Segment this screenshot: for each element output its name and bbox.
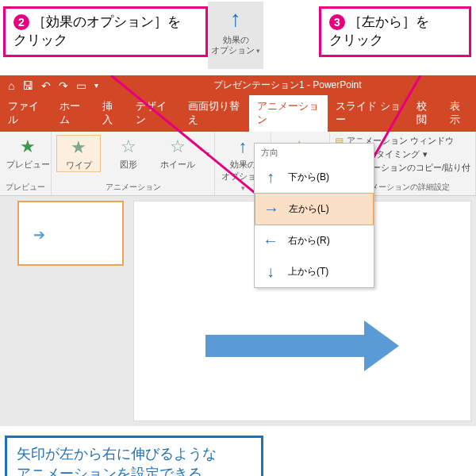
direction-option-label: 右から(R): [288, 234, 330, 248]
direction-arrow-icon: ←: [263, 232, 278, 250]
qat-more-icon[interactable]: ▾: [94, 81, 98, 90]
window-title: プレゼンテーション1 - PowerPoint: [106, 79, 476, 92]
callout-2-number: 2: [13, 14, 29, 30]
direction-option-2[interactable]: ←右から(R): [255, 225, 374, 256]
ribbon: ★ プレビュー プレビュー ★ ワイプ ☆ 図形 ☆ ホイール ▾: [0, 132, 476, 196]
animation-wheel[interactable]: ☆ ホイール: [156, 135, 199, 171]
callout-3-text-a: ［左から］を: [348, 14, 429, 29]
direction-option-0[interactable]: ↑下から(B): [255, 162, 374, 193]
animation-wipe[interactable]: ★ ワイプ: [56, 135, 101, 172]
effect-options-dropdown: 方向 ↑下から(B)→左から(L)←右から(R)↓上から(T): [254, 143, 374, 288]
direction-arrow-icon: ↓: [263, 263, 278, 281]
tab-挿入[interactable]: 挿入: [94, 95, 129, 132]
qat-redo-icon[interactable]: ↷: [59, 79, 68, 92]
direction-option-1[interactable]: →左から(L): [255, 193, 374, 225]
callout-2: 2［効果のオプション］を クリック: [3, 6, 208, 57]
tab-ホーム[interactable]: ホーム: [52, 95, 94, 132]
direction-option-label: 上から(T): [288, 265, 328, 278]
callout-3-text-b: クリック: [329, 33, 383, 48]
explanation-callout: 矢印が左から右に伸びるような アニメーションを設定できる: [5, 436, 263, 476]
tab-画面切り替え[interactable]: 画面切り替え: [180, 95, 250, 132]
explanation-line-1: 矢印が左から右に伸びるような: [17, 446, 217, 462]
tab-表示[interactable]: 表示: [442, 95, 476, 132]
slide-thumbnail-1[interactable]: ➔: [17, 201, 124, 266]
qat-undo-icon[interactable]: ↶: [41, 79, 51, 92]
tab-校閲[interactable]: 校閲: [409, 95, 443, 132]
preview-button[interactable]: ★ プレビュー: [5, 135, 51, 171]
star-icon: ★: [5, 135, 51, 159]
arrow-shape[interactable]: [205, 321, 399, 371]
callout-2-text-a: ［効果のオプション］を: [33, 14, 181, 29]
title-bar: ⌂ 🖫 ↶ ↷ ▭ ▾ プレゼンテーション1 - PowerPoint: [0, 75, 476, 95]
star-outline-icon: ☆: [156, 135, 199, 159]
tab-デザイン[interactable]: デザイン: [128, 95, 179, 132]
callout-3: 3［左から］を クリック: [319, 6, 471, 57]
direction-arrow-icon: ↑: [263, 168, 278, 186]
callout-3-number: 3: [329, 14, 345, 30]
slide-thumbnail-pane: 1 ★ ➔: [0, 196, 133, 426]
animation-shape[interactable]: ☆ 図形: [107, 135, 150, 171]
gallery-more-icon[interactable]: ▾: [205, 149, 209, 158]
dropdown-header: 方向: [255, 144, 374, 162]
direction-option-3[interactable]: ↓上から(T): [255, 256, 374, 287]
group-label-preview: プレビュー: [5, 181, 46, 194]
qat-slideshow-icon[interactable]: ▭: [76, 79, 86, 92]
qat-home-icon[interactable]: ⌂: [8, 79, 14, 92]
effect-options-button-hero: ↑ 効果のオプション ▾: [208, 2, 263, 69]
callout-2-text-b: クリック: [13, 33, 67, 48]
arrow-up-icon: ↑: [208, 6, 263, 32]
star-icon: ★: [57, 136, 100, 159]
arrow-right-icon: ➔: [33, 226, 45, 244]
qat-save-icon[interactable]: 🖫: [22, 79, 33, 92]
star-outline-icon: ☆: [107, 135, 150, 159]
ribbon-tabs: ファイルホーム挿入デザイン画面切り替えアニメーションスライド ショー校閲表示: [0, 95, 476, 132]
group-label-animation: アニメーション: [56, 181, 209, 194]
direction-option-label: 下から(B): [288, 171, 329, 184]
explanation-line-2: アニメーションを設定できる: [17, 466, 202, 476]
powerpoint-window: ⌂ 🖫 ↶ ↷ ▭ ▾ プレゼンテーション1 - PowerPoint ファイル…: [0, 75, 476, 426]
tab-ファイル[interactable]: ファイル: [0, 95, 52, 132]
direction-option-label: 左から(L): [289, 202, 329, 216]
tab-スライド ショー[interactable]: スライド ショー: [328, 95, 409, 132]
tab-アニメーション[interactable]: アニメーション: [249, 95, 328, 132]
direction-arrow-icon: →: [263, 200, 279, 218]
work-area: 1 ★ ➔: [0, 196, 476, 426]
